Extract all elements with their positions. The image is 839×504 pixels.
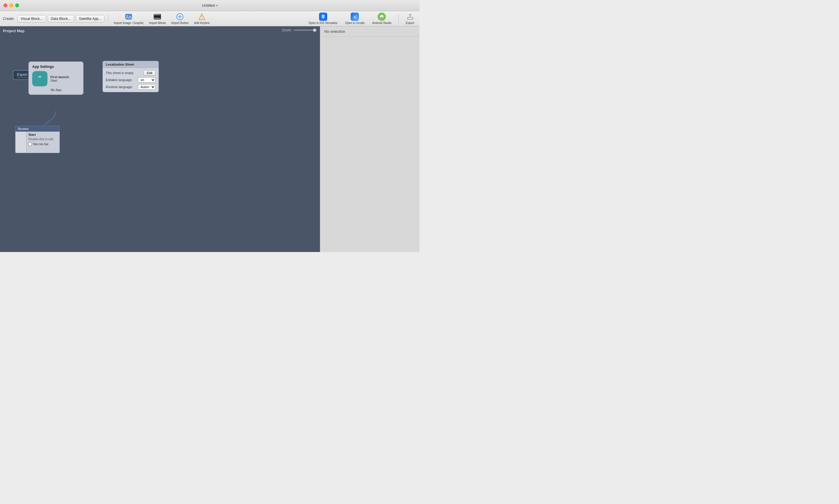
- zoom-control: Zoom:: [282, 28, 317, 32]
- svg-rect-11: [157, 18, 158, 19]
- loc-runtime-lang-label: Runtime language:: [106, 85, 133, 89]
- zoom-slider[interactable]: [293, 30, 317, 31]
- screen-hint: Double-click to edit: [29, 138, 58, 141]
- svg-rect-6: [156, 14, 156, 15]
- loc-edit-button[interactable]: Edit: [143, 70, 156, 75]
- svg-point-18: [202, 18, 202, 19]
- svg-rect-0: [125, 14, 132, 19]
- svg-rect-7: [157, 14, 158, 15]
- title-text: Untitled: [202, 3, 215, 7]
- zoom-thumb: [313, 29, 316, 32]
- add-keyline-icon: [198, 13, 206, 21]
- loc-sheet-body: This sheet is empty. Edit Editable langu…: [103, 68, 158, 92]
- window-controls: [3, 3, 19, 7]
- android-studio-label: Android Studio: [372, 21, 391, 24]
- import-button-icon: [176, 13, 184, 21]
- loc-empty-label: This sheet is empty.: [106, 71, 134, 75]
- localization-sheet: Localization Sheet This sheet is empty. …: [103, 61, 159, 92]
- svg-text:X: X: [354, 15, 356, 19]
- open-xcode-label: Open in Xcode: [345, 21, 364, 24]
- export-label: Export: [406, 21, 414, 24]
- svg-point-21: [323, 18, 323, 19]
- app-settings-node[interactable]: App Settings ⌃ First launch: Start My Ap…: [29, 61, 84, 95]
- import-movie-label: Import Movie: [149, 21, 166, 24]
- screen-node-header: Screen: [15, 126, 60, 132]
- android-studio-button[interactable]: Android Studio: [370, 12, 394, 25]
- data-block-button[interactable]: Data Block...: [48, 15, 74, 22]
- xcode-icon: X: [350, 13, 359, 21]
- import-image-label: Import Image / Graphic: [114, 21, 143, 24]
- has-nav-bar-checkbox[interactable]: Has nav bar: [29, 143, 58, 146]
- svg-rect-5: [154, 14, 155, 15]
- svg-point-1: [126, 15, 128, 17]
- screen-name: Start: [29, 133, 58, 137]
- screen-node-right: Start Double-click to edit Has nav bar: [27, 132, 59, 153]
- toolbar-separator-1: [108, 14, 108, 23]
- window-title[interactable]: Untitled ▾: [202, 3, 217, 7]
- toolbar-separator-2: [398, 14, 399, 23]
- create-label: Create:: [3, 17, 14, 21]
- add-keyline-button[interactable]: Add Keyline: [192, 12, 211, 25]
- titlebar: Untitled ▾: [0, 0, 420, 11]
- open-ios-simulator-button[interactable]: Open in iOS Simulator: [306, 12, 340, 25]
- open-xcode-button[interactable]: X Open in Xcode: [343, 12, 367, 25]
- screen-preview: [16, 132, 27, 153]
- checkbox-input[interactable]: [29, 143, 32, 146]
- import-image-icon: [124, 13, 133, 21]
- loc-editable-lang-label: Editable language:: [106, 78, 133, 82]
- no-selection-header: No selection: [320, 26, 420, 37]
- maximize-button[interactable]: [15, 3, 19, 7]
- android-studio-icon: [378, 13, 386, 21]
- first-launch-label: First launch:: [50, 75, 70, 79]
- screen-node[interactable]: Screen Start Double-click to edit Has na…: [15, 126, 60, 153]
- start-label: Start: [50, 79, 57, 82]
- loc-sheet-header: Localization Sheet: [103, 61, 158, 68]
- svg-rect-26: [408, 17, 413, 19]
- ios-simulator-icon: [319, 13, 327, 21]
- project-map-header: Project Map: [3, 29, 24, 33]
- app-settings-info: First launch: Start: [50, 75, 70, 82]
- app-settings-title: App Settings: [32, 65, 80, 69]
- minimize-button[interactable]: [10, 3, 13, 7]
- loc-editable-lang-select[interactable]: en: [138, 77, 156, 83]
- svg-rect-20: [322, 15, 325, 18]
- visual-block-button[interactable]: Visual Block...: [17, 15, 46, 22]
- toolbar-right: Open in iOS Simulator X Open in Xcode: [306, 12, 416, 25]
- canvas-area[interactable]: Project Map Zoom: Export screens App Set…: [0, 26, 320, 252]
- app-icon-symbol: ⌃: [37, 75, 43, 83]
- import-image-button[interactable]: Import Image / Graphic: [112, 12, 145, 25]
- add-keyline-label: Add Keyline: [194, 21, 209, 24]
- app-settings-content: ⌃ First launch: Start: [32, 71, 80, 86]
- app-icon: ⌃: [32, 71, 48, 86]
- loc-empty-row: This sheet is empty. Edit: [106, 70, 156, 75]
- loc-runtime-lang-row: Runtime language: Automatic: [106, 84, 156, 90]
- loc-runtime-lang-select[interactable]: Automatic: [138, 84, 156, 90]
- ios-simulator-label: Open in iOS Simulator: [308, 21, 338, 24]
- export-icon: [406, 13, 414, 21]
- import-button-label: Import Button: [171, 21, 189, 24]
- title-dropdown-arrow: ▾: [216, 4, 218, 7]
- import-button-button[interactable]: Import Button: [169, 12, 190, 25]
- loc-editable-lang-row: Editable language: en: [106, 77, 156, 83]
- export-button[interactable]: Export: [404, 12, 416, 25]
- screen-node-body: Start Double-click to edit Has nav bar: [15, 132, 60, 153]
- svg-rect-12: [159, 18, 159, 19]
- close-button[interactable]: [3, 3, 7, 7]
- svg-rect-8: [159, 14, 159, 15]
- right-panel: No selection: [320, 26, 420, 252]
- has-nav-bar-label: Has nav bar: [33, 143, 49, 146]
- main-area: Project Map Zoom: Export screens App Set…: [0, 26, 420, 252]
- svg-rect-10: [156, 18, 156, 19]
- toolbar: Create: Visual Block... Data Block... Sa…: [0, 11, 420, 26]
- import-movie-icon: [153, 13, 161, 21]
- svg-rect-9: [154, 18, 155, 19]
- app-name: My App: [32, 88, 80, 92]
- satellite-app-button[interactable]: Satellite App...: [76, 15, 105, 22]
- import-movie-button[interactable]: Import Movie: [147, 12, 168, 25]
- zoom-label: Zoom:: [282, 28, 292, 32]
